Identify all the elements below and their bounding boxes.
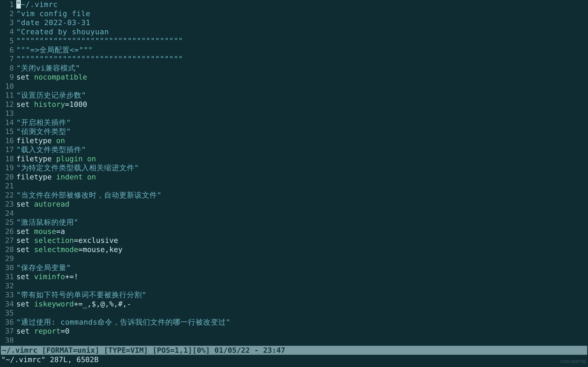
line-number: 24 — [0, 209, 16, 218]
code-content: filetype plugin on — [16, 154, 96, 164]
code-content: "保存全局变量" — [16, 263, 71, 272]
code-line[interactable]: 31set viminfo+=! — [0, 272, 588, 281]
line-number: 22 — [0, 191, 16, 200]
code-content: set autoread — [16, 200, 69, 209]
message-bar: "~/.vimrc" 287L, 6502B — [1, 355, 99, 364]
code-content: "激活鼠标的使用" — [16, 218, 78, 227]
line-number: 3 — [0, 18, 16, 27]
line-number: 1 — [0, 0, 16, 9]
code-line[interactable]: 26set mouse=a — [0, 227, 588, 236]
code-content: "关闭vi兼容模式" — [16, 64, 80, 73]
code-content: set selectmode=mouse,key — [16, 245, 122, 254]
code-content: set viminfo+=! — [16, 272, 78, 281]
code-line[interactable]: 8"关闭vi兼容模式" — [0, 64, 588, 73]
line-number: 5 — [0, 36, 16, 45]
code-line[interactable]: 34set iskeyword+=_,$,@,%,#,- — [0, 300, 588, 309]
code-line[interactable]: 10 — [0, 82, 588, 91]
line-number: 37 — [0, 327, 16, 336]
status-bar: ~/.vimrc [FORMAT=unix] [TYPE=VIM] [POS=1… — [1, 346, 587, 355]
code-line[interactable]: 11"设置历史记录步数" — [0, 91, 588, 100]
code-line[interactable]: 38 — [0, 336, 588, 343]
code-line[interactable]: 19"为特定文件类型载入相关缩进文件" — [0, 163, 588, 173]
code-line[interactable]: 35 — [0, 309, 588, 318]
code-content: """=>全局配置<=""" — [16, 45, 93, 55]
code-content: "带有如下符号的单词不要被换行分割" — [16, 290, 146, 300]
code-line[interactable]: 29 — [0, 254, 588, 263]
code-line[interactable]: 6"""=>全局配置<=""" — [0, 45, 588, 55]
code-line[interactable]: 18filetype plugin on — [0, 154, 588, 164]
code-line[interactable]: 3"date 2022-03-31 — [0, 18, 588, 27]
code-content: set mouse=a — [16, 227, 65, 236]
code-content: "Created by shouyuan — [16, 27, 109, 36]
code-line[interactable]: 15"侦测文件类型" — [0, 127, 588, 136]
code-line[interactable]: 9set nocompatible — [0, 73, 588, 82]
code-line[interactable]: 33"带有如下符号的单词不要被换行分割" — [0, 290, 588, 300]
line-number: 4 — [0, 27, 16, 36]
code-content: "date 2022-03-31 — [16, 18, 90, 27]
code-content: """""""""""""""""""""""""""""""""""" — [16, 36, 183, 45]
code-line[interactable]: 27set selection=exclusive — [0, 236, 588, 245]
code-line[interactable]: 36"通过使用: commands命令，告诉我们文件的哪一行被改变过" — [0, 318, 588, 327]
line-number: 34 — [0, 300, 16, 309]
code-line[interactable]: 37set report=0 — [0, 327, 588, 336]
line-number: 15 — [0, 127, 16, 136]
editor-viewport[interactable]: 1"~/.vimrc2"vim config file3"date 2022-0… — [0, 0, 588, 342]
code-content: "vim config file — [16, 9, 90, 18]
line-number: 32 — [0, 281, 16, 291]
code-line[interactable]: 30"保存全局变量" — [0, 263, 588, 272]
code-line[interactable]: 16filetype on — [0, 136, 588, 145]
line-number: 26 — [0, 227, 16, 236]
line-number: 35 — [0, 309, 16, 318]
code-line[interactable]: 7"""""""""""""""""""""""""""""""""""" — [0, 54, 588, 64]
code-content: filetype indent on — [16, 173, 96, 182]
code-line[interactable]: 32 — [0, 281, 588, 291]
line-number: 16 — [0, 136, 16, 145]
code-content: set history=1000 — [16, 100, 87, 109]
code-line[interactable]: 22"当文件在外部被修改时，自动更新该文件" — [0, 191, 588, 200]
code-content: filetype on — [16, 136, 65, 145]
line-number: 9 — [0, 73, 16, 82]
code-line[interactable]: 17"载入文件类型插件" — [0, 145, 588, 154]
code-line[interactable]: 5"""""""""""""""""""""""""""""""""""" — [0, 36, 588, 45]
line-number: 31 — [0, 272, 16, 281]
code-line[interactable]: 20filetype indent on — [0, 173, 588, 182]
line-number: 19 — [0, 163, 16, 173]
line-number: 18 — [0, 154, 16, 164]
watermark: CSDN @清宁园 — [560, 357, 586, 366]
line-number: 30 — [0, 263, 16, 272]
line-number: 20 — [0, 173, 16, 182]
code-content: """""""""""""""""""""""""""""""""""" — [16, 54, 183, 64]
line-number: 21 — [0, 182, 16, 191]
line-number: 6 — [0, 45, 16, 55]
code-line[interactable]: 4"Created by shouyuan — [0, 27, 588, 36]
code-line[interactable]: 23set autoread — [0, 200, 588, 209]
line-number: 17 — [0, 145, 16, 154]
code-line[interactable]: 2"vim config file — [0, 9, 588, 18]
code-line[interactable]: 1"~/.vimrc — [0, 0, 588, 9]
line-number: 7 — [0, 54, 16, 64]
code-line[interactable]: 13 — [0, 109, 588, 118]
line-number: 36 — [0, 318, 16, 327]
line-number: 11 — [0, 91, 16, 100]
code-line[interactable]: 28set selectmode=mouse,key — [0, 245, 588, 254]
code-line[interactable]: 21 — [0, 182, 588, 191]
code-content: set selection=exclusive — [16, 236, 118, 245]
line-number: 2 — [0, 9, 16, 18]
code-line[interactable]: 24 — [0, 209, 588, 218]
code-line[interactable]: 12set history=1000 — [0, 100, 588, 109]
code-line[interactable]: 14"开启相关插件" — [0, 118, 588, 127]
line-number: 10 — [0, 82, 16, 91]
code-content: set report=0 — [16, 327, 69, 336]
code-content: "为特定文件类型载入相关缩进文件" — [16, 163, 139, 173]
code-content: "开启相关插件" — [16, 118, 71, 127]
code-line[interactable]: 25"激活鼠标的使用" — [0, 218, 588, 227]
code-content: "当文件在外部被修改时，自动更新该文件" — [16, 191, 162, 200]
line-number: 27 — [0, 236, 16, 245]
line-number: 12 — [0, 100, 16, 109]
line-number: 29 — [0, 254, 16, 263]
code-content: set nocompatible — [16, 73, 87, 82]
line-number: 14 — [0, 118, 16, 127]
code-content: "~/.vimrc — [16, 0, 58, 9]
line-number: 8 — [0, 64, 16, 73]
code-content: "通过使用: commands命令，告诉我们文件的哪一行被改变过" — [16, 318, 231, 327]
